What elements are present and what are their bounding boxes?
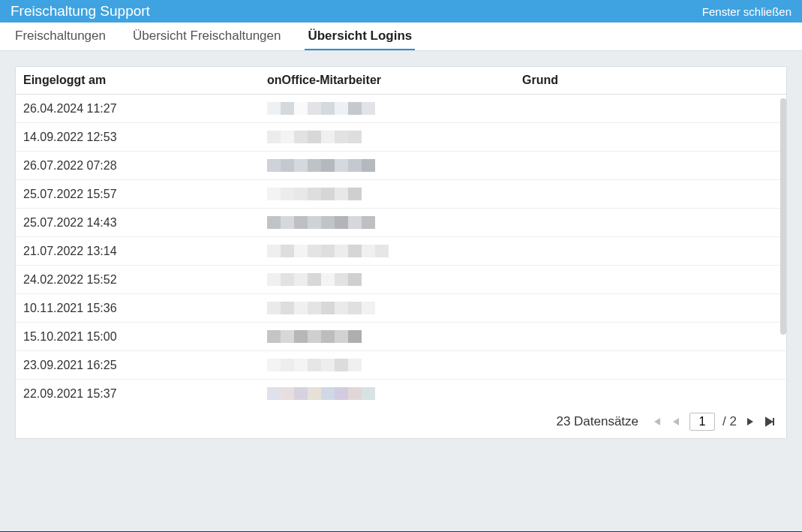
tab-uebersicht-logins[interactable]: Übersicht Logins [305, 23, 415, 50]
cell-employee-redacted [260, 266, 515, 294]
cell-reason [515, 209, 786, 237]
cell-reason [515, 95, 786, 123]
table-row[interactable]: 22.09.2021 15:37 [16, 380, 786, 408]
tab-bar: Freischaltungen Übersicht Freischaltunge… [0, 23, 802, 51]
cell-employee-redacted [260, 237, 515, 266]
table-row[interactable]: 21.07.2022 13:14 [16, 237, 786, 266]
cell-employee-redacted [260, 351, 515, 380]
cell-employee-redacted [260, 180, 515, 209]
table-row[interactable]: 14.09.2022 12:53 [16, 123, 786, 152]
cell-date: 26.04.2024 11:27 [16, 95, 260, 123]
cell-employee-redacted [260, 323, 515, 351]
cell-reason [515, 180, 786, 209]
cell-reason [515, 323, 786, 351]
window-title: Freischaltung Support [11, 3, 150, 20]
close-window-link[interactable]: Fenster schließen [702, 5, 791, 18]
pager-last-icon[interactable] [764, 414, 776, 429]
pager: 23 Datensätze / 2 [16, 408, 786, 438]
pager-total: / 2 [722, 414, 737, 429]
record-count: 23 Datensätze [556, 414, 638, 429]
cell-reason [515, 351, 786, 380]
col-header-date[interactable]: Eingeloggt am [16, 67, 260, 95]
content-area: Eingeloggt am onOffice-Mitarbeiter Grund… [0, 51, 802, 454]
table-wrap: Eingeloggt am onOffice-Mitarbeiter Grund… [16, 67, 786, 408]
tab-freischaltungen[interactable]: Freischaltungen [12, 23, 109, 50]
cell-reason [515, 123, 786, 152]
vertical-scrollbar[interactable] [780, 98, 786, 335]
cell-date: 22.09.2021 15:37 [16, 380, 260, 408]
cell-reason [515, 294, 786, 323]
cell-reason [515, 380, 786, 408]
cell-date: 26.07.2022 07:28 [16, 152, 260, 180]
pager-next-icon[interactable] [744, 414, 756, 429]
table-row[interactable]: 25.07.2022 15:57 [16, 180, 786, 209]
cell-reason [515, 237, 786, 266]
cell-employee-redacted [260, 123, 515, 152]
cell-date: 14.09.2022 12:53 [16, 123, 260, 152]
logins-table: Eingeloggt am onOffice-Mitarbeiter Grund… [16, 67, 786, 408]
pager-page-input[interactable] [689, 413, 715, 431]
table-row[interactable]: 26.07.2022 07:28 [16, 152, 786, 180]
cell-date: 23.09.2021 16:25 [16, 351, 260, 380]
col-header-employee[interactable]: onOffice-Mitarbeiter [260, 67, 515, 95]
cell-employee-redacted [260, 95, 515, 123]
cell-employee-redacted [260, 294, 515, 323]
table-row[interactable]: 24.02.2022 15:52 [16, 266, 786, 294]
cell-date: 25.07.2022 15:57 [16, 180, 260, 209]
cell-date: 21.07.2022 13:14 [16, 237, 260, 266]
cell-reason [515, 152, 786, 180]
table-row[interactable]: 25.07.2022 14:43 [16, 209, 786, 237]
titlebar: Freischaltung Support Fenster schließen [0, 0, 802, 23]
table-row[interactable]: 15.10.2021 15:00 [16, 323, 786, 351]
cell-employee-redacted [260, 209, 515, 237]
cell-employee-redacted [260, 152, 515, 180]
tab-uebersicht-freischaltungen[interactable]: Übersicht Freischaltungen [130, 23, 284, 50]
table-row[interactable]: 26.04.2024 11:27 [16, 95, 786, 123]
cell-date: 10.11.2021 15:36 [16, 294, 260, 323]
col-header-reason[interactable]: Grund [515, 67, 786, 95]
logins-panel: Eingeloggt am onOffice-Mitarbeiter Grund… [15, 66, 787, 439]
cell-reason [515, 266, 786, 294]
pager-first-icon[interactable] [650, 414, 662, 429]
pager-prev-icon[interactable] [670, 414, 682, 429]
cell-employee-redacted [260, 380, 515, 408]
cell-date: 24.02.2022 15:52 [16, 266, 260, 294]
table-row[interactable]: 10.11.2021 15:36 [16, 294, 786, 323]
table-row[interactable]: 23.09.2021 16:25 [16, 351, 786, 380]
cell-date: 25.07.2022 14:43 [16, 209, 260, 237]
cell-date: 15.10.2021 15:00 [16, 323, 260, 351]
